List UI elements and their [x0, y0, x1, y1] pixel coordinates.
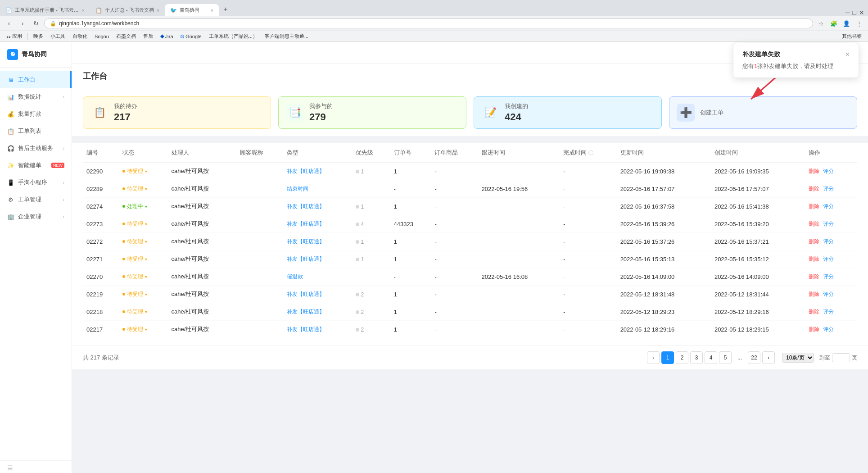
rate-link[interactable]: 评分: [823, 168, 834, 174]
sidebar-item-ticket-list[interactable]: 📋 工单列表: [0, 123, 72, 140]
bookmark-automation[interactable]: 自动化: [70, 32, 90, 41]
browser-tab-2[interactable]: 📋 个人汇总 - 飞书云文档 ×: [90, 4, 165, 16]
delete-link[interactable]: 删除: [809, 256, 819, 262]
bookmark-jira[interactable]: ◆ Jira: [158, 32, 176, 40]
page-size-select[interactable]: 10条/页 20条/页 50条/页: [782, 353, 814, 363]
sidebar-item-ticket-mgmt[interactable]: ⚙ 工单管理 ›: [0, 191, 72, 208]
type-link[interactable]: 补发【旺店通】: [287, 221, 325, 227]
status-dropdown-icon[interactable]: ▾: [145, 327, 147, 332]
goto-input[interactable]: [832, 353, 850, 362]
type-link[interactable]: 催退款: [287, 273, 303, 280]
browser-tab-1[interactable]: 📄 工单系统操作手册 - 飞书云文档 ×: [0, 4, 90, 16]
bookmark-customer-msg[interactable]: 客户端消息主动通...: [262, 32, 311, 41]
minimize-button[interactable]: ─: [845, 9, 850, 16]
cell-follow-time: [478, 233, 560, 250]
page-5-button[interactable]: 5: [719, 351, 732, 364]
page-4-button[interactable]: 4: [705, 351, 717, 364]
notification-close-button[interactable]: ×: [845, 50, 850, 59]
bookmark-tools[interactable]: 小工具: [48, 32, 68, 41]
rate-link[interactable]: 评分: [823, 291, 834, 297]
type-link[interactable]: 结束时间: [287, 186, 308, 192]
delete-link[interactable]: 删除: [809, 326, 819, 332]
status-dropdown-icon[interactable]: ▾: [145, 309, 147, 314]
refresh-button[interactable]: ↻: [31, 18, 41, 29]
status-dropdown-icon[interactable]: ▾: [145, 186, 147, 191]
stat-card-pending[interactable]: 📋 我的待办 217: [83, 96, 271, 129]
maximize-button[interactable]: □: [853, 9, 856, 16]
bookmark-google[interactable]: G Google: [178, 33, 204, 40]
user-profile-icon[interactable]: 👤: [841, 18, 852, 29]
rate-link[interactable]: 评分: [823, 309, 834, 315]
delete-link[interactable]: 删除: [809, 221, 819, 227]
status-dropdown-icon[interactable]: ▾: [145, 204, 147, 209]
rate-link[interactable]: 评分: [823, 326, 834, 332]
status-dot-icon: [122, 240, 125, 243]
page-2-button[interactable]: 2: [676, 351, 688, 364]
bookmark-other[interactable]: 其他书签: [839, 32, 864, 41]
page-size-dropdown[interactable]: 10条/页 20条/页 50条/页: [782, 353, 814, 363]
delete-link[interactable]: 删除: [809, 186, 819, 192]
status-dropdown-icon[interactable]: ▾: [145, 239, 147, 244]
bookmark-apps[interactable]: ⚏ 应用: [4, 32, 25, 41]
status-dropdown-icon[interactable]: ▾: [145, 222, 147, 227]
rate-link[interactable]: 评分: [823, 203, 834, 209]
page-3-button[interactable]: 3: [690, 351, 703, 364]
rate-link[interactable]: 评分: [823, 238, 834, 245]
delete-link[interactable]: 删除: [809, 203, 819, 209]
sidebar-collapse-icon[interactable]: ☰: [7, 464, 13, 472]
status-dropdown-icon[interactable]: ▾: [145, 257, 147, 262]
close-window-button[interactable]: ✕: [859, 9, 864, 16]
bookmark-sogou[interactable]: Sogou: [92, 33, 112, 40]
menu-icon[interactable]: ⋮: [854, 18, 864, 29]
bookmark-shimo[interactable]: 石墨文档: [113, 32, 139, 41]
type-link[interactable]: 补发【旺店通】: [287, 326, 325, 332]
address-bar[interactable]: 🔒 qingniao.1yangai.com/workbench: [44, 18, 813, 28]
type-link[interactable]: 补发【旺店通】: [287, 309, 325, 315]
status-dropdown-icon[interactable]: ▾: [145, 274, 147, 279]
type-link[interactable]: 补发【旺店通】: [287, 256, 325, 262]
tab3-close[interactable]: ×: [211, 8, 213, 13]
page-1-button[interactable]: 1: [661, 351, 674, 364]
rate-link[interactable]: 评分: [823, 273, 834, 280]
sidebar-item-stats[interactable]: 📊 数据统计 ›: [0, 88, 72, 105]
bookmark-wandu[interactable]: 晚多: [31, 32, 46, 41]
delete-link[interactable]: 删除: [809, 168, 819, 174]
stat-card-participating[interactable]: 📑 我参与的 279: [278, 96, 466, 129]
type-link[interactable]: 补发【旺店通】: [287, 291, 325, 297]
bookmark-star-icon[interactable]: ☆: [816, 18, 827, 29]
sidebar-item-batch[interactable]: 💰 批量打款: [0, 105, 72, 123]
type-link[interactable]: 补发【旺店通】: [287, 168, 325, 174]
rate-link[interactable]: 评分: [823, 256, 834, 262]
tab1-close[interactable]: ×: [82, 8, 85, 13]
page-22-button[interactable]: 22: [748, 351, 760, 364]
browser-tab-3[interactable]: 🐦 青鸟协同 ×: [165, 4, 219, 16]
status-dropdown-icon[interactable]: ▾: [145, 169, 147, 174]
delete-link[interactable]: 删除: [809, 309, 819, 315]
notification-body: 您有1张补发建单失败，请及时处理: [742, 62, 850, 70]
sidebar-item-taobao[interactable]: 📱 手淘小程序 ›: [0, 174, 72, 191]
extension-icon[interactable]: 🧩: [828, 18, 839, 29]
tab2-close[interactable]: ×: [157, 8, 159, 13]
forward-button[interactable]: ›: [17, 18, 28, 29]
back-button[interactable]: ‹: [4, 18, 14, 29]
type-link[interactable]: 补发【旺店通】: [287, 238, 325, 245]
status-dropdown-icon[interactable]: ▾: [145, 292, 147, 297]
prev-page-button[interactable]: ‹: [647, 351, 660, 364]
sidebar-item-workbench[interactable]: 🖥 工作台: [0, 71, 72, 88]
sidebar-item-after-sales[interactable]: 🎧 售后主动服务 ›: [0, 140, 72, 157]
sidebar-item-smart-create[interactable]: ✨ 智能建单 NEW: [0, 157, 72, 174]
delete-link[interactable]: 删除: [809, 291, 819, 297]
next-page-button[interactable]: ›: [762, 351, 775, 364]
rate-link[interactable]: 评分: [823, 186, 834, 192]
type-link[interactable]: 补发【旺店通】: [287, 203, 325, 209]
delete-link[interactable]: 删除: [809, 273, 819, 280]
rate-link[interactable]: 评分: [823, 221, 834, 227]
product-name: -: [434, 186, 436, 192]
cell-customer: [236, 198, 283, 215]
bookmark-shouhou[interactable]: 售后: [140, 32, 156, 41]
delete-link[interactable]: 删除: [809, 238, 819, 245]
stat-card-created[interactable]: 📝 我创建的 424: [474, 96, 662, 129]
new-tab-button[interactable]: +: [219, 3, 232, 16]
sidebar-item-enterprise[interactable]: 🏢 企业管理 ›: [0, 208, 72, 225]
bookmark-ticket-system[interactable]: 工单系统（产品说...）: [206, 32, 260, 41]
